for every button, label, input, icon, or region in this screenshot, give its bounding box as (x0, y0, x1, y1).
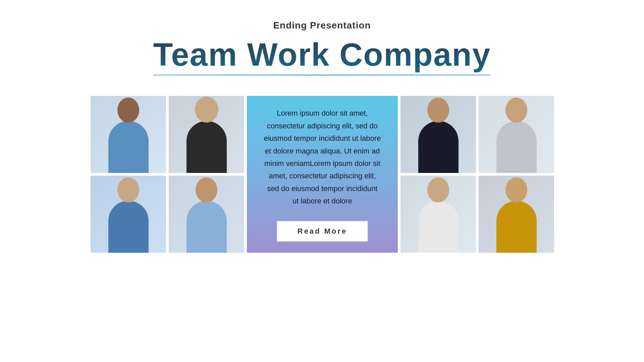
avatar-body-4 (496, 121, 537, 173)
avatar-figure-6 (186, 177, 227, 253)
avatar-head-8 (505, 177, 527, 202)
page-container: Ending Presentation Team Work Company (0, 0, 644, 362)
avatar-figure-8 (496, 177, 537, 253)
avatar-placeholder-6 (169, 176, 244, 253)
avatar-head-5 (117, 177, 139, 202)
team-grid: Lorem ipsum dolor sit amet, consectetur … (91, 96, 553, 253)
avatar-figure-4 (496, 98, 537, 173)
avatar-head-3 (427, 98, 449, 123)
subtitle: Ending Presentation (273, 20, 371, 31)
avatar-head-1 (117, 98, 139, 123)
avatar-figure-7 (418, 177, 459, 253)
team-member-4 (479, 96, 554, 173)
avatar-body-5 (108, 201, 149, 253)
team-member-8 (479, 176, 554, 253)
avatar-placeholder-3 (400, 96, 476, 173)
avatar-placeholder-4 (479, 96, 554, 173)
avatar-head-6 (196, 177, 217, 202)
team-member-5 (91, 176, 166, 253)
main-title: Team Work Company (153, 36, 491, 76)
avatar-body-6 (186, 201, 227, 253)
avatar-figure-2 (186, 97, 227, 173)
avatar-placeholder-2 (169, 96, 244, 173)
team-member-6 (169, 176, 244, 253)
team-member-3 (400, 96, 476, 173)
avatar-body-2 (186, 121, 227, 173)
avatar-head-2 (195, 97, 218, 123)
center-content: Lorem ipsum dolor sit amet, consectetur … (247, 96, 398, 253)
avatar-body-1 (108, 121, 149, 173)
avatar-figure-1 (108, 98, 149, 173)
avatar-figure-5 (108, 177, 149, 253)
team-member-1 (91, 96, 166, 173)
lorem-text: Lorem ipsum dolor sit amet, consectetur … (264, 107, 381, 207)
avatar-placeholder-8 (479, 176, 554, 253)
avatar-body-7 (418, 201, 459, 253)
avatar-head-4 (505, 98, 527, 123)
avatar-placeholder-7 (400, 176, 476, 253)
avatar-head-7 (427, 177, 449, 202)
avatar-figure-3 (418, 98, 459, 173)
team-member-7 (400, 176, 476, 253)
avatar-body-3 (418, 121, 459, 173)
avatar-body-8 (496, 201, 537, 253)
team-member-2 (169, 96, 244, 173)
avatar-placeholder-1 (91, 96, 166, 173)
avatar-placeholder-5 (91, 176, 166, 253)
read-more-button[interactable]: Read More (277, 221, 368, 242)
